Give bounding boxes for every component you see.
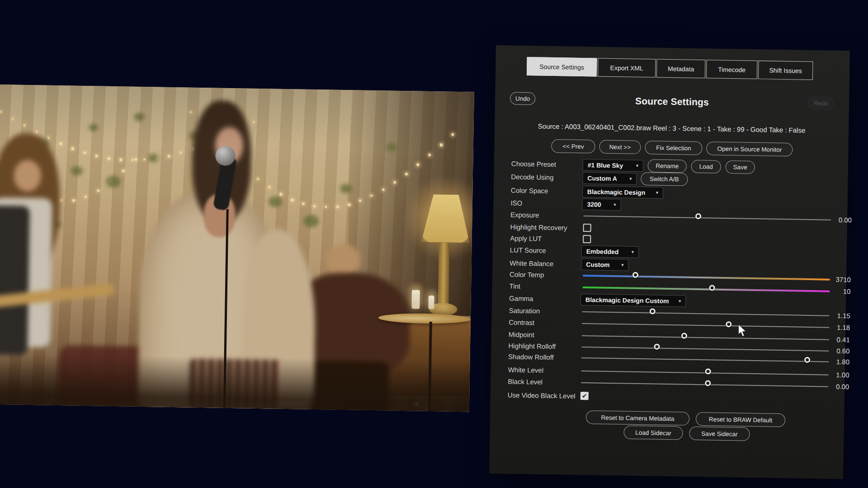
mouse-cursor: [737, 324, 747, 338]
prev-button[interactable]: << Prev: [551, 139, 595, 154]
dropdown-value: 3200: [587, 201, 601, 208]
choose-preset-dropdown[interactable]: #1 Blue Sky▼: [583, 159, 643, 172]
settings-rows: Choose Preset#1 Blue Sky▼RenameLoadSaveD…: [496, 45, 850, 51]
row-label-white-balance: White Balance: [509, 258, 553, 270]
dropdown-value: Embedded: [586, 248, 619, 255]
dropdown-value: Blackmagic Design: [587, 188, 646, 196]
shadow-rolloff-slider-track[interactable]: [581, 357, 829, 362]
color-temp-value: 3710: [824, 273, 851, 286]
rename-button[interactable]: Rename: [648, 159, 687, 173]
row-label-exposure: Exposure: [510, 209, 539, 221]
save-sidecar-button[interactable]: Save Sidecar: [689, 427, 750, 441]
tint-slider-knob[interactable]: [709, 285, 715, 291]
iso-dropdown[interactable]: 3200▼: [582, 198, 621, 211]
exposure-value: 0.00: [825, 214, 852, 226]
row-label-decode-using: Decode Using: [511, 171, 554, 183]
exposure-slider-knob[interactable]: [695, 213, 701, 219]
settings-tabs: Source SettingsExport XMLMetadataTimecod…: [496, 45, 850, 51]
highlight-recovery-checkbox[interactable]: [583, 224, 591, 232]
video-preview: [0, 84, 474, 412]
white-balance-dropdown[interactable]: Custom▼: [581, 258, 628, 271]
next-button[interactable]: Next >>: [599, 140, 641, 154]
dropdown-value: Custom: [586, 261, 609, 268]
load-sidecar-button[interactable]: Load Sidecar: [623, 426, 683, 440]
highlight-rolloff-slider-knob[interactable]: [654, 344, 660, 350]
open-in-source-monitor-button[interactable]: Open in Source Monitor: [706, 141, 793, 156]
reset-to-camera-metadata-button[interactable]: Reset to Camera Metadata: [586, 410, 689, 426]
chevron-down-icon: ▼: [635, 164, 639, 168]
gamma-dropdown[interactable]: Blackmagic Design Custom▼: [580, 294, 686, 307]
midpoint-value: 0.41: [823, 333, 850, 346]
video-vignette: [0, 84, 474, 412]
tab-export-xml[interactable]: Export XML: [598, 58, 656, 78]
chevron-down-icon: ▼: [655, 191, 659, 195]
contrast-value: 1.18: [823, 321, 850, 333]
color-temp-slider-track[interactable]: [583, 275, 830, 281]
apply-lut-checkbox[interactable]: [583, 235, 591, 243]
row-label-midpoint: Midpoint: [509, 329, 534, 341]
chevron-down-icon: ▼: [620, 263, 624, 267]
save-button[interactable]: Save: [726, 160, 755, 174]
chevron-down-icon: ▼: [678, 299, 682, 303]
switch-a-b-button[interactable]: Switch A/B: [641, 172, 688, 186]
dropdown-value: #1 Blue Sky: [588, 161, 623, 169]
white-level-value: 1.00: [822, 369, 849, 381]
checkmark-icon: ✔: [582, 392, 587, 399]
clip-nav-buttons: << PrevNext >>Fix SelectionOpen in Sourc…: [496, 45, 850, 51]
decode-using-dropdown[interactable]: Custom A▼: [582, 172, 637, 185]
lut-source-dropdown[interactable]: Embedded▼: [581, 245, 639, 258]
white-level-slider-knob[interactable]: [705, 368, 711, 374]
exposure-slider-track[interactable]: [584, 216, 831, 221]
highlight-rolloff-value: 0.60: [822, 345, 849, 357]
row-label-black-level: Black Level: [508, 376, 542, 388]
color-space-dropdown[interactable]: Blackmagic Design▼: [582, 186, 663, 199]
shadow-rolloff-slider-knob[interactable]: [804, 357, 810, 363]
tint-value: 10: [823, 285, 850, 297]
row-label-gamma: Gamma: [509, 293, 533, 305]
row-label-color-space: Color Space: [511, 185, 548, 197]
screen: Source SettingsExport XMLMetadataTimecod…: [0, 0, 868, 488]
row-label-color-temp: Color Temp: [509, 269, 544, 281]
row-label-choose-preset: Choose Preset: [511, 158, 557, 171]
row-label-white-level: White Level: [508, 364, 544, 376]
source-settings-panel: Source SettingsExport XMLMetadataTimecod…: [489, 45, 850, 479]
row-label-shadow-rolloff: Shadow Rolloff: [508, 351, 554, 364]
reset-to-braw-default-button[interactable]: Reset to BRAW Default: [696, 412, 785, 427]
panel-title: Source Settings: [495, 94, 849, 110]
row-label-saturation: Saturation: [509, 305, 540, 317]
midpoint-slider-track[interactable]: [582, 335, 829, 340]
highlight-rolloff-slider-track[interactable]: [582, 347, 829, 352]
footer-buttons: Reset to Camera MetadataReset to BRAW De…: [496, 45, 850, 51]
tint-slider-track[interactable]: [583, 286, 830, 292]
dropdown-value: Custom A: [587, 174, 617, 182]
midpoint-slider-knob[interactable]: [681, 333, 687, 339]
dropdown-value: Blackmagic Design Custom: [585, 296, 669, 305]
black-level-slider-knob[interactable]: [705, 380, 711, 386]
tab-source-settings[interactable]: Source Settings: [527, 57, 597, 76]
tab-timecode[interactable]: Timecode: [706, 60, 758, 79]
saturation-slider-track[interactable]: [582, 311, 830, 316]
row-label-use-video-black-level: Use Video Black Level: [508, 389, 576, 402]
tab-metadata[interactable]: Metadata: [656, 59, 706, 79]
row-label-tint: Tint: [509, 281, 520, 292]
contrast-slider-track[interactable]: [582, 323, 829, 328]
saturation-slider-knob[interactable]: [649, 308, 655, 314]
load-button[interactable]: Load: [691, 160, 721, 174]
row-label-apply-lut: Apply LUT: [510, 233, 542, 245]
row-label-highlight-recovery: Highlight Recovery: [510, 221, 567, 234]
row-label-lut-source: LUT Source: [510, 244, 546, 257]
use-video-black-level-checkbox[interactable]: ✔: [580, 392, 589, 400]
chevron-down-icon: ▼: [631, 250, 635, 254]
saturation-value: 1.15: [823, 310, 850, 322]
contrast-slider-knob[interactable]: [726, 321, 731, 327]
source-clip-info: Source : A003_06240401_C002.braw Reel : …: [495, 122, 849, 135]
row-label-contrast: Contrast: [509, 317, 534, 329]
chevron-down-icon: ▼: [613, 202, 617, 207]
fix-selection-button[interactable]: Fix Selection: [645, 141, 702, 155]
row-label-iso: ISO: [510, 197, 522, 209]
chevron-down-icon: ▼: [628, 177, 632, 181]
shadow-rolloff-value: 1.80: [822, 356, 849, 368]
tab-shift-issues[interactable]: Shift Issues: [758, 61, 813, 80]
black-level-value: 0.00: [822, 380, 849, 393]
